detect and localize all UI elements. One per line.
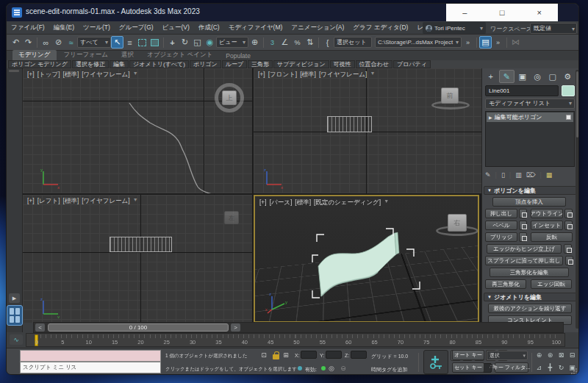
menu-item[interactable]: ファイル(F) <box>7 21 49 34</box>
maximize-button[interactable]: □ <box>484 4 521 21</box>
extrude-along-spline-button[interactable]: スプラインに沿って押し出し <box>485 256 563 265</box>
hinge-from-edge-button[interactable]: エッジからヒンジ立上げ <box>487 244 562 254</box>
object-wireframe[interactable] <box>110 237 172 252</box>
snap-toggle-3d-icon[interactable]: 3 <box>266 36 279 49</box>
close-button[interactable]: × <box>520 4 558 21</box>
stack-onoff-toggle[interactable] <box>566 115 571 120</box>
menu-item[interactable]: グラフ エディタ(D) <box>348 21 412 34</box>
ribbon-panel-button[interactable]: 編集 <box>110 60 129 68</box>
project-folder-dropdown[interactable]: C:\Storage\P...dsMax Project ▾ <box>375 37 462 48</box>
viewport-pov-label[interactable]: [トップ] <box>37 71 60 79</box>
track-bar[interactable]: < 0 / 100 > <box>33 322 564 333</box>
key-filter-set-dropdown[interactable]: 選択 ▾ <box>487 351 528 360</box>
extrude-button[interactable]: 押し出し <box>485 209 517 218</box>
zoom-region-icon[interactable]: ⊟ <box>567 350 577 360</box>
viewport-front[interactable]: [+] [フロント] [標準] [ワイヤフレーム] ▼ 前 z x <box>254 68 481 193</box>
viewport-top[interactable]: [+] [トップ] [標準] [ワイヤフレーム] ▼ 上 y x <box>23 68 252 193</box>
menu-item[interactable]: ツール(T) <box>79 21 115 34</box>
ribbon-tab[interactable]: オブジェクト ペイント <box>141 50 218 60</box>
turn-edge-button[interactable]: エッジ回転 <box>531 279 572 289</box>
make-unique-icon[interactable]: ▥ <box>515 171 522 179</box>
y-coordinate-field[interactable] <box>326 351 342 359</box>
user-account-menu[interactable]: Tori iPentec ▾ <box>423 22 486 34</box>
bind-to-spacewarp-icon[interactable]: ≈ <box>65 36 77 49</box>
mini-curve-editor-button[interactable]: ∿ <box>10 334 23 345</box>
x-coordinate-field[interactable] <box>301 351 317 359</box>
viewport-perspective[interactable]: [+] [パース] [標準] [既定のシェーディング] ▼ <box>254 195 479 323</box>
hinge-settings-button[interactable] <box>564 244 572 254</box>
toolbar-overflow-icon[interactable]: » <box>462 36 474 49</box>
ribbon-panel-button[interactable]: 可視性 <box>330 60 355 68</box>
next-frame-button[interactable]: > <box>231 323 240 332</box>
hierarchy-tab-icon[interactable]: ▣ <box>515 70 530 83</box>
previous-frame-button[interactable]: < <box>35 323 45 332</box>
selection-filter-dropdown[interactable]: すべて ▾ <box>77 37 111 48</box>
select-and-rotate-icon[interactable]: ↻ <box>179 36 191 49</box>
extrude-settings-button[interactable] <box>519 209 527 218</box>
viewcube-face[interactable]: 前 <box>441 87 459 104</box>
menu-item[interactable]: グループ(G) <box>115 21 158 34</box>
mirror-icon[interactable]: ⋈ <box>509 36 522 49</box>
viewcube-face[interactable]: 左 <box>224 211 239 224</box>
select-and-link-icon[interactable]: ∞ <box>40 36 52 49</box>
outline-settings-button[interactable] <box>564 209 573 218</box>
object-wireframe[interactable] <box>327 116 372 132</box>
window-crossing-icon[interactable] <box>148 36 161 49</box>
bevel-settings-button[interactable] <box>519 221 527 230</box>
window-resize-grip[interactable] <box>571 368 577 374</box>
modifier-list-dropdown[interactable]: モディファイヤ リスト ▾ <box>485 99 575 109</box>
autosave-icon[interactable]: ▤ <box>479 36 492 49</box>
flip-button[interactable]: 反転 <box>531 232 573 242</box>
edit-triangulation-button[interactable]: 三角形化を編集 <box>490 268 569 277</box>
viewport-menu-plus[interactable]: [+] <box>259 198 267 207</box>
viewport-layout-2x2-button[interactable] <box>7 305 23 326</box>
auto-key-button[interactable]: オート キー <box>452 350 484 360</box>
ribbon-panel-button[interactable]: 三角形 <box>248 60 273 68</box>
absolute-offset-toggle-icon[interactable]: ⊞ <box>282 351 290 359</box>
set-key-button[interactable]: セット キー <box>452 362 484 373</box>
ribbon-panel-button[interactable]: 選択を修正 <box>72 60 109 68</box>
ribbon-panel-button[interactable]: 位置合わせ <box>356 60 392 68</box>
viewport-pov-label[interactable]: [フロント] <box>268 71 298 79</box>
viewport-shading-label[interactable]: [ワイヤフレーム] <box>82 71 129 79</box>
viewport-style-label[interactable]: [標準] <box>63 197 79 206</box>
field-of-view-icon[interactable]: ⊿ <box>534 362 544 373</box>
menu-item[interactable]: モディファイヤ(M) <box>224 21 287 34</box>
timeline-ruler[interactable]: 0510152025303540455055606570758085909510… <box>26 333 565 347</box>
time-slider[interactable]: 0 / 100 <box>48 323 229 332</box>
viewport-menu-plus[interactable]: [+] <box>258 71 265 79</box>
bevel-button[interactable]: ベベル <box>485 221 517 230</box>
z-coordinate-field[interactable] <box>351 351 367 359</box>
viewcube-face[interactable]: 上 <box>222 90 237 105</box>
reference-coordinate-dropdown[interactable]: ビュー ▾ <box>216 37 248 48</box>
rollout-edit-geometry-header[interactable]: ▼ ジオメトリを編集 <box>484 293 578 301</box>
viewport-menu-plus[interactable]: [+] <box>27 71 35 79</box>
inset-settings-button[interactable] <box>564 221 573 230</box>
object-name-field[interactable]: Line001 <box>485 85 559 96</box>
named-selection-set-combo[interactable]: 選択セット <box>334 37 372 48</box>
ribbon-tab[interactable]: モデリング <box>12 50 57 60</box>
ribbon-panel-button[interactable]: ジオメトリ(すべて) <box>129 60 189 68</box>
adaptive-degradation-icon[interactable]: ◎ <box>327 364 336 373</box>
per-view-filter-icon[interactable]: ▼ <box>133 197 138 206</box>
bridge-settings-button[interactable] <box>519 232 527 242</box>
menu-item[interactable]: ビュー(V) <box>158 21 194 34</box>
rollout-edit-polygons-header[interactable]: ▼ ポリゴンを編集 <box>484 186 578 195</box>
expand-icon[interactable]: ▶ <box>489 115 492 120</box>
zoom-all-icon[interactable]: ⊛ <box>545 350 555 360</box>
select-object-icon[interactable]: ↖ <box>111 36 123 49</box>
spinner-snap-icon[interactable]: ⇅ <box>304 36 316 49</box>
viewport-menu-plus[interactable]: [+] <box>27 197 35 206</box>
viewport-style-label[interactable]: [標準] <box>300 71 316 79</box>
select-and-place-icon[interactable]: ◉ <box>204 36 216 49</box>
ribbon-panel-button[interactable]: プロパティ <box>393 60 431 68</box>
minimize-button[interactable]: – <box>446 4 484 21</box>
create-tab-icon[interactable]: + <box>484 70 498 83</box>
pin-stack-icon[interactable]: ✎ <box>485 171 491 179</box>
angle-snap-icon[interactable]: ∠ <box>279 36 291 49</box>
layout-flyout-button[interactable]: ▶ <box>9 293 20 303</box>
repeat-last-button[interactable]: 最後のアクションを繰り返す <box>488 304 572 313</box>
maxscript-mini-listener[interactable]: スクリプト ミニ リス <box>20 362 161 373</box>
ribbon-panel-button[interactable]: ポリゴン <box>190 60 221 68</box>
render-region-icon[interactable]: ⊖ <box>339 364 348 373</box>
